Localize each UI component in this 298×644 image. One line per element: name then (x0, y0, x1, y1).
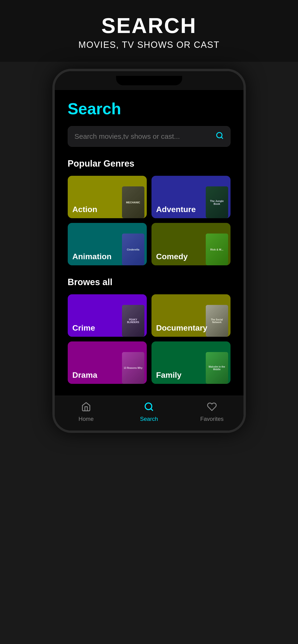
nav-item-home[interactable]: Home (72, 402, 100, 422)
phone-screen: Search Popular Genres Action MECHANIC (55, 90, 243, 430)
screen-content: Search Popular Genres Action MECHANIC (55, 90, 243, 384)
genre-label-family: Family (156, 370, 182, 380)
browse-all-title: Browes all (68, 277, 231, 287)
volume-up-button (52, 114, 53, 128)
genre-poster-animation: Cinderella (122, 234, 144, 265)
genre-poster-family: Malcolm in the Middle (206, 352, 228, 384)
popular-genres-title: Popular Genres (68, 158, 231, 169)
genre-poster-comedy: Rick & M... (206, 234, 228, 265)
search-page-title: Search (68, 100, 231, 118)
genre-label-action: Action (72, 205, 97, 214)
nav-label-home: Home (79, 416, 94, 422)
genre-card-drama[interactable]: Drama 13 Reasons Why (68, 342, 147, 384)
browse-all-grid: Crime PEAKY BLINDERS Documentary The Soc… (68, 294, 231, 384)
genre-poster-drama: 13 Reasons Why (122, 352, 144, 384)
genre-label-crime: Crime (72, 323, 95, 332)
nav-item-favorites[interactable]: Favorites (198, 402, 226, 422)
power-button (245, 123, 246, 144)
side-buttons-left (52, 114, 53, 146)
volume-down-button (52, 132, 53, 146)
genre-poster-action: MECHANIC (122, 186, 144, 218)
search-bar-container[interactable] (68, 126, 231, 147)
genre-poster-documentary: The Social Network (206, 305, 228, 337)
notch (116, 76, 182, 85)
search-nav-icon (144, 402, 154, 414)
svg-line-1 (221, 137, 222, 138)
nav-label-favorites: Favorites (200, 416, 224, 422)
genre-label-adventure: Adventure (156, 205, 196, 214)
notch-area (55, 71, 243, 90)
svg-line-3 (151, 408, 153, 410)
genre-label-drama: Drama (72, 370, 97, 380)
genre-card-comedy[interactable]: Comedy Rick & M... (152, 223, 231, 265)
main-title: SEARCH (10, 14, 288, 38)
nav-item-search[interactable]: Search (135, 402, 163, 422)
main-subtitle: MOVIES, TV SHOWS OR CAST (10, 40, 288, 50)
genre-poster-adventure: The Jungle Book (206, 186, 228, 218)
search-input[interactable] (75, 132, 216, 140)
heart-icon (207, 402, 217, 414)
genre-card-action[interactable]: Action MECHANIC (68, 176, 147, 218)
search-icon[interactable] (216, 132, 224, 142)
genre-card-documentary[interactable]: Documentary The Social Network (152, 294, 231, 337)
genre-label-comedy: Comedy (156, 252, 188, 261)
genre-card-animation[interactable]: Animation Cinderella (68, 223, 147, 265)
genre-card-family[interactable]: Family Malcolm in the Middle (152, 342, 231, 384)
genre-poster-crime: PEAKY BLINDERS (122, 305, 144, 337)
popular-genres-grid: Action MECHANIC Adventure The Jungle Boo… (68, 176, 231, 265)
home-icon (81, 402, 91, 414)
genre-card-crime[interactable]: Crime PEAKY BLINDERS (68, 294, 147, 337)
bottom-nav: Home Search Favorites (55, 396, 243, 430)
genre-label-documentary: Documentary (156, 323, 207, 332)
genre-label-animation: Animation (72, 252, 112, 261)
top-header: SEARCH MOVIES, TV SHOWS OR CAST (0, 0, 298, 62)
phone-frame: Search Popular Genres Action MECHANIC (52, 69, 246, 433)
genre-card-adventure[interactable]: Adventure The Jungle Book (152, 176, 231, 218)
nav-label-search: Search (140, 416, 158, 422)
